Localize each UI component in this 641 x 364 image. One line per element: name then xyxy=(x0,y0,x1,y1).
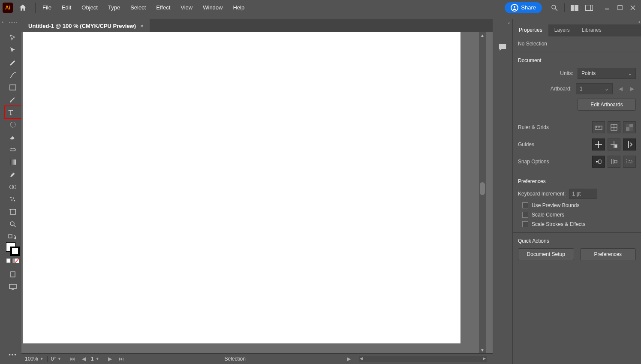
snap-to-point-icon[interactable] xyxy=(592,156,605,168)
show-guides-icon[interactable] xyxy=(592,138,605,150)
lock-guides-icon[interactable] xyxy=(608,138,620,150)
svg-rect-21 xyxy=(10,209,15,214)
zoom-tool[interactable] xyxy=(6,218,19,230)
screen-mode[interactable] xyxy=(6,280,19,293)
selection-tool[interactable] xyxy=(6,31,19,44)
pen-tool[interactable] xyxy=(6,56,19,69)
artboard-dropdown[interactable]: 1 ⌄ xyxy=(576,83,613,94)
scroll-down-icon[interactable]: ▼ xyxy=(479,348,486,352)
document-tab[interactable]: Untitled-1 @ 100 % (CMYK/CPU Preview) × xyxy=(21,19,150,32)
document-setup-button[interactable]: Document Setup xyxy=(518,248,574,260)
prev-artboard-icon[interactable]: ◀ xyxy=(80,355,87,363)
minimize-button[interactable] xyxy=(601,3,614,12)
window-controls xyxy=(601,3,639,12)
home-icon[interactable] xyxy=(16,1,29,14)
menu-object[interactable]: Object xyxy=(76,2,103,13)
horizontal-scrollbar[interactable]: ◀ ▶ xyxy=(359,356,487,362)
snap-to-pixel-icon[interactable] xyxy=(623,156,636,168)
toolbox: ••• xyxy=(4,19,21,364)
swap-fill-stroke-icon[interactable] xyxy=(6,233,19,241)
rotation-value[interactable]: 0° xyxy=(51,356,56,362)
artboard[interactable] xyxy=(23,32,460,343)
svg-rect-27 xyxy=(6,259,10,263)
menu-effect[interactable]: Effect xyxy=(151,2,175,13)
share-button[interactable]: Share xyxy=(505,2,542,13)
prev-artboard-icon[interactable]: ◀ xyxy=(617,86,624,92)
scrollbar-thumb[interactable] xyxy=(480,182,485,195)
zoom-value[interactable]: 100% xyxy=(25,356,38,362)
next-artboard-icon[interactable]: ▶ xyxy=(106,355,114,363)
search-icon[interactable] xyxy=(547,0,562,15)
eraser-tool[interactable] xyxy=(6,131,19,143)
gradient-tool[interactable] xyxy=(6,156,19,168)
shape-builder-tool[interactable] xyxy=(6,180,19,193)
next-artboard-icon[interactable]: ▶ xyxy=(629,86,636,92)
preferences-button[interactable]: Preferences xyxy=(580,248,636,260)
scale-corners-checkbox[interactable] xyxy=(522,212,528,218)
menu-view[interactable]: View xyxy=(175,2,198,13)
first-artboard-icon[interactable]: ⏮ xyxy=(69,355,76,363)
svg-point-18 xyxy=(13,197,14,199)
close-button[interactable] xyxy=(626,3,639,12)
edit-artboards-button[interactable]: Edit Artboards xyxy=(578,99,636,111)
scale-strokes-checkbox[interactable] xyxy=(522,221,528,227)
width-tool[interactable] xyxy=(6,143,19,156)
close-document-icon[interactable]: × xyxy=(140,23,144,29)
panel-collapse-icon[interactable]: ›› xyxy=(638,20,639,24)
vertical-scrollbar[interactable]: ▲ ▼ xyxy=(479,32,486,353)
use-preview-bounds-checkbox[interactable] xyxy=(522,202,528,208)
rotate-tool[interactable] xyxy=(6,118,19,131)
direct-selection-tool[interactable] xyxy=(6,44,19,56)
transparency-grid-icon[interactable] xyxy=(623,121,636,133)
tab-properties[interactable]: Properties xyxy=(513,24,548,36)
chevron-down-icon[interactable]: ▼ xyxy=(96,357,99,361)
last-artboard-icon[interactable]: ⏭ xyxy=(117,355,125,363)
fill-stroke-swatch[interactable] xyxy=(6,242,20,256)
maximize-button[interactable] xyxy=(614,3,626,12)
smart-guides-icon[interactable] xyxy=(623,138,636,150)
comments-icon[interactable] xyxy=(496,41,509,54)
canvas[interactable]: ▲ ▼ xyxy=(21,32,493,353)
workspace-switcher-icon[interactable] xyxy=(582,0,596,15)
tab-libraries[interactable]: Libraries xyxy=(576,24,608,36)
keyboard-increment-input[interactable] xyxy=(569,189,597,199)
menu-type[interactable]: Type xyxy=(103,2,125,13)
rectangle-tool[interactable] xyxy=(6,81,19,93)
paintbrush-tool[interactable] xyxy=(6,93,19,106)
grid-icon[interactable] xyxy=(608,121,620,133)
menu-file[interactable]: File xyxy=(37,2,57,13)
artboard-page-value[interactable]: 1 xyxy=(91,356,94,362)
svg-rect-42 xyxy=(626,124,629,127)
snap-options-label: Snap Options xyxy=(518,159,587,165)
color-modes[interactable] xyxy=(6,257,19,265)
svg-point-16 xyxy=(12,185,16,189)
chevron-down-icon[interactable]: ▼ xyxy=(57,357,61,361)
menu-edit[interactable]: Edit xyxy=(57,2,76,13)
panel-expand[interactable]: ‹‹ xyxy=(506,20,511,25)
edit-toolbar-icon[interactable]: ••• xyxy=(9,352,17,358)
svg-rect-11 xyxy=(10,85,16,90)
menu-help[interactable]: Help xyxy=(228,2,250,13)
ruler-icon[interactable] xyxy=(592,121,605,133)
symbol-sprayer-tool[interactable] xyxy=(6,193,19,205)
units-value: Points xyxy=(581,70,596,76)
scroll-up-icon[interactable]: ▲ xyxy=(479,33,486,38)
units-label: Units: xyxy=(560,70,573,76)
menu-select[interactable]: Select xyxy=(125,2,151,13)
artboard-tool[interactable] xyxy=(6,205,19,218)
svg-rect-4 xyxy=(575,5,578,11)
menu-window[interactable]: Window xyxy=(198,2,228,13)
chevron-down-icon[interactable]: ▼ xyxy=(40,357,44,361)
svg-line-30 xyxy=(15,259,19,263)
svg-point-19 xyxy=(11,199,12,201)
context-play-icon[interactable]: ▶ xyxy=(345,355,353,363)
scale-strokes-label: Scale Strokes & Effects xyxy=(532,221,585,227)
snap-to-grid-icon[interactable] xyxy=(608,156,620,168)
curvature-tool[interactable] xyxy=(6,69,19,81)
eyedropper-tool[interactable] xyxy=(6,168,19,180)
arrange-documents-icon[interactable] xyxy=(567,0,582,15)
draw-mode-normal[interactable] xyxy=(6,268,19,280)
toolbar-expand[interactable]: ›› xyxy=(0,19,4,364)
units-dropdown[interactable]: Points ⌄ xyxy=(578,68,636,79)
tab-layers[interactable]: Layers xyxy=(548,24,576,36)
